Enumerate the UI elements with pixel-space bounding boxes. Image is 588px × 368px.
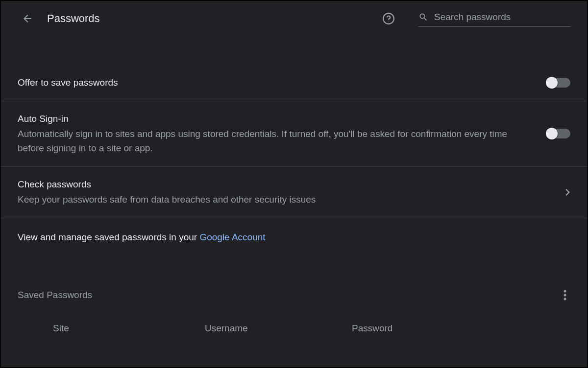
- page-title: Passwords: [47, 12, 368, 25]
- check-passwords-text: Check passwords Keep your passwords safe…: [18, 178, 558, 207]
- offer-save-text: Offer to save passwords: [18, 76, 547, 90]
- check-passwords-title: Check passwords: [18, 178, 558, 192]
- svg-point-4: [564, 298, 566, 300]
- help-icon: [382, 12, 395, 25]
- saved-passwords-header: Saved Passwords: [1, 259, 587, 308]
- more-options-button[interactable]: [560, 286, 570, 304]
- offer-save-toggle[interactable]: [547, 78, 570, 88]
- auto-signin-row: Auto Sign-in Automatically sign in to si…: [1, 101, 587, 167]
- column-username: Username: [205, 323, 352, 334]
- auto-signin-text: Auto Sign-in Automatically sign in to si…: [18, 112, 547, 156]
- more-vert-icon: [564, 290, 566, 300]
- offer-save-title: Offer to save passwords: [18, 76, 547, 90]
- settings-content: Offer to save passwords Auto Sign-in Aut…: [1, 65, 587, 339]
- offer-save-passwords-row: Offer to save passwords: [1, 65, 587, 101]
- check-passwords-desc: Keep your passwords safe from data breac…: [18, 192, 508, 207]
- manage-passwords-row: View and manage saved passwords in your …: [1, 218, 587, 259]
- toggle-thumb: [546, 77, 558, 89]
- google-account-link[interactable]: Google Account: [199, 232, 265, 242]
- svg-point-1: [388, 21, 389, 22]
- search-icon: [418, 12, 428, 22]
- arrow-left-icon: [22, 13, 33, 24]
- column-password: Password: [352, 323, 570, 334]
- passwords-table-header: Site Username Password: [1, 308, 587, 339]
- help-button[interactable]: [382, 12, 395, 25]
- svg-point-3: [564, 294, 566, 296]
- search-field[interactable]: [418, 10, 570, 27]
- toggle-thumb: [546, 128, 558, 139]
- auto-signin-toggle[interactable]: [547, 129, 570, 138]
- manage-prefix: View and manage saved passwords in your: [18, 232, 199, 242]
- auto-signin-title: Auto Sign-in: [18, 112, 547, 126]
- search-input[interactable]: [434, 12, 570, 23]
- auto-signin-desc: Automatically sign in to sites and apps …: [18, 127, 508, 156]
- check-passwords-row[interactable]: Check passwords Keep your passwords safe…: [1, 167, 587, 218]
- saved-passwords-title: Saved Passwords: [18, 290, 560, 300]
- svg-point-2: [564, 290, 566, 292]
- chevron-right-icon: [565, 189, 570, 196]
- column-site: Site: [53, 323, 205, 334]
- back-button[interactable]: [22, 13, 33, 24]
- page-header: Passwords: [1, 1, 587, 36]
